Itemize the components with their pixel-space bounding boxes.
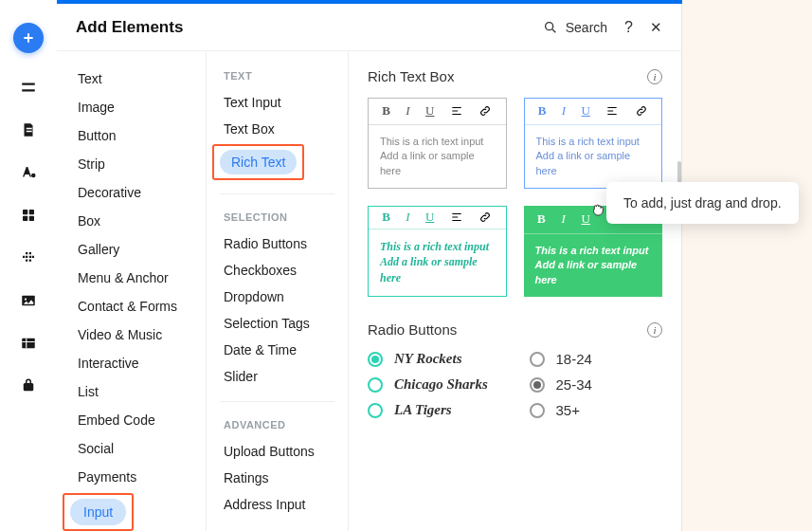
cat-gallery[interactable]: Gallery — [57, 235, 206, 264]
search-button[interactable]: Search — [543, 20, 607, 35]
underline-icon[interactable]: U — [425, 210, 434, 225]
italic-icon[interactable]: I — [406, 210, 409, 225]
svg-rect-5 — [23, 210, 27, 214]
highlight-rich-text: Rich Text — [212, 144, 304, 180]
radio-label: LA Tigers — [394, 402, 452, 418]
cat-list[interactable]: List — [57, 377, 206, 406]
category-column: Text Image Button Strip Decorative Box G… — [57, 51, 207, 531]
radio-option[interactable]: 35+ — [530, 402, 663, 418]
sub-slider[interactable]: Slider — [207, 363, 348, 390]
svg-rect-11 — [22, 339, 35, 349]
italic-icon[interactable]: I — [406, 103, 409, 119]
radio-icon — [530, 377, 545, 393]
radio-icon — [368, 403, 383, 418]
cat-strip[interactable]: Strip — [57, 150, 206, 178]
radio-label: Chicago Sharks — [394, 376, 488, 393]
group-advanced-header: ADVANCED — [207, 413, 348, 438]
bold-icon[interactable]: B — [538, 103, 547, 119]
svg-point-13 — [545, 22, 552, 29]
sub-date-time[interactable]: Date & Time — [207, 337, 348, 363]
cat-social[interactable]: Social — [57, 434, 206, 463]
sub-dropdown[interactable]: Dropdown — [207, 284, 348, 310]
cat-contact-forms[interactable]: Contact & Forms — [57, 292, 206, 320]
sub-selection-tags[interactable]: Selection Tags — [207, 310, 348, 337]
bold-icon[interactable]: B — [537, 211, 546, 227]
close-button[interactable]: ✕ — [650, 19, 662, 36]
radio-option[interactable]: NY Rockets — [368, 351, 501, 367]
add-button[interactable] — [13, 23, 44, 53]
apps-icon[interactable] — [20, 249, 37, 266]
italic-icon[interactable]: I — [561, 211, 565, 227]
sub-rich-text[interactable]: Rich Text — [220, 150, 297, 174]
rich-text-body: This is a rich text input Add a link or … — [369, 125, 506, 188]
media-icon[interactable] — [20, 292, 37, 309]
radio-label: 35+ — [556, 402, 580, 418]
cat-image[interactable]: Image — [57, 93, 206, 121]
font-tool-icon[interactable] — [20, 164, 37, 181]
radio-label: 18-24 — [556, 351, 592, 367]
italic-icon[interactable]: I — [562, 103, 566, 119]
svg-rect-2 — [27, 128, 32, 130]
rich-text-preview-teal[interactable]: B I U This is a rich text input Add a li… — [368, 206, 507, 297]
underline-icon[interactable]: U — [582, 103, 590, 119]
radio-option[interactable]: Chicago Sharks — [368, 376, 501, 393]
data-icon[interactable] — [20, 335, 37, 352]
sub-address-input[interactable]: Address Input — [207, 491, 348, 518]
sub-upload-buttons[interactable]: Upload Buttons — [207, 438, 348, 465]
svg-point-4 — [31, 174, 36, 178]
subcategory-column: TEXT Text Input Text Box Rich Text SELEC… — [207, 51, 349, 531]
bold-icon[interactable]: B — [382, 103, 390, 119]
sub-text-box[interactable]: Text Box — [207, 116, 348, 142]
info-icon[interactable]: i — [647, 322, 662, 338]
cat-decorative[interactable]: Decorative — [57, 178, 206, 207]
link-icon[interactable] — [635, 104, 648, 118]
highlight-input: Input — [63, 493, 134, 531]
align-icon[interactable] — [450, 211, 463, 224]
svg-rect-1 — [22, 89, 35, 91]
align-icon[interactable] — [605, 104, 619, 118]
bold-icon[interactable]: B — [382, 210, 390, 225]
cat-box[interactable]: Box — [57, 207, 206, 235]
section-rich-text-title: Rich Text Box — [368, 68, 454, 84]
sub-checkboxes[interactable]: Checkboxes — [207, 257, 348, 284]
search-label: Search — [566, 20, 607, 35]
separator — [220, 401, 334, 402]
radio-option[interactable]: 18-24 — [530, 351, 663, 367]
cat-input[interactable]: Input — [70, 499, 126, 525]
cat-embed-code[interactable]: Embed Code — [57, 406, 206, 434]
grid-icon[interactable] — [20, 207, 37, 224]
section-icon[interactable] — [20, 79, 37, 96]
radio-label: 25-34 — [556, 376, 592, 393]
underline-icon[interactable]: U — [425, 103, 434, 119]
group-text-header: TEXT — [207, 64, 348, 89]
help-button[interactable]: ? — [624, 19, 633, 36]
cat-video-music[interactable]: Video & Music — [57, 320, 206, 349]
radio-option[interactable]: 25-34 — [530, 376, 663, 393]
sub-radio-buttons[interactable]: Radio Buttons — [207, 230, 348, 257]
cat-text[interactable]: Text — [57, 64, 206, 93]
sub-ratings[interactable]: Ratings — [207, 465, 348, 491]
cat-menu-anchor[interactable]: Menu & Anchor — [57, 264, 206, 292]
toolbar: B I U — [369, 207, 506, 229]
cat-payments[interactable]: Payments — [57, 463, 206, 491]
align-icon[interactable] — [450, 104, 463, 118]
link-icon[interactable] — [478, 104, 492, 118]
link-icon[interactable] — [478, 211, 492, 224]
svg-rect-7 — [23, 216, 27, 221]
radio-option[interactable]: LA Tigers — [368, 402, 501, 418]
panel-title: Add Elements — [76, 18, 183, 37]
page-icon[interactable] — [20, 121, 37, 138]
sub-text-input[interactable]: Text Input — [207, 89, 348, 116]
underline-icon[interactable]: U — [582, 211, 590, 227]
cat-button[interactable]: Button — [57, 121, 206, 150]
separator — [220, 193, 334, 194]
left-icon-rail — [0, 0, 57, 531]
radio-icon — [368, 352, 383, 367]
rich-text-body: This is a rich text input Add a link or … — [369, 229, 506, 296]
rich-text-preview-default[interactable]: B I U This is a rich text input Add a li… — [368, 98, 507, 189]
rich-text-preview-blue[interactable]: B I U This is a rich text input Add a li… — [524, 98, 663, 189]
svg-rect-6 — [29, 210, 34, 214]
store-icon[interactable] — [20, 377, 37, 394]
cat-interactive[interactable]: Interactive — [57, 349, 206, 377]
info-icon[interactable]: i — [647, 69, 662, 84]
